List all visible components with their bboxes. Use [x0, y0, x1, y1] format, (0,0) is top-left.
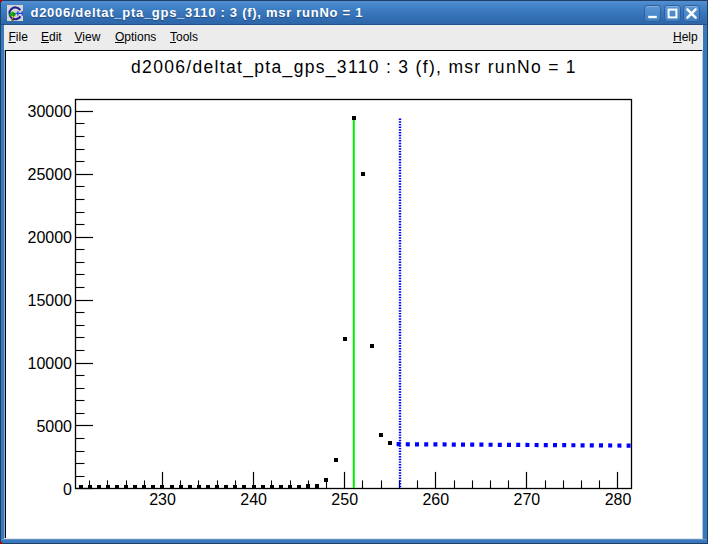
svg-text:0: 0	[63, 481, 72, 498]
svg-text:10000: 10000	[28, 355, 73, 372]
svg-text:15000: 15000	[28, 292, 73, 309]
svg-text:20000: 20000	[28, 229, 73, 246]
svg-text:250: 250	[331, 491, 358, 508]
svg-text:270: 270	[514, 491, 541, 508]
svg-text:30000: 30000	[28, 103, 73, 120]
svg-text:280: 280	[605, 491, 632, 508]
svg-text:25000: 25000	[28, 166, 73, 183]
svg-text:240: 240	[240, 491, 267, 508]
svg-text:5000: 5000	[36, 418, 72, 435]
svg-text:260: 260	[422, 491, 449, 508]
svg-text:d2006/deltat_pta_gps_3110 : 3: d2006/deltat_pta_gps_3110 : 3 (f), msr r…	[131, 57, 577, 78]
svg-text:230: 230	[149, 491, 176, 508]
